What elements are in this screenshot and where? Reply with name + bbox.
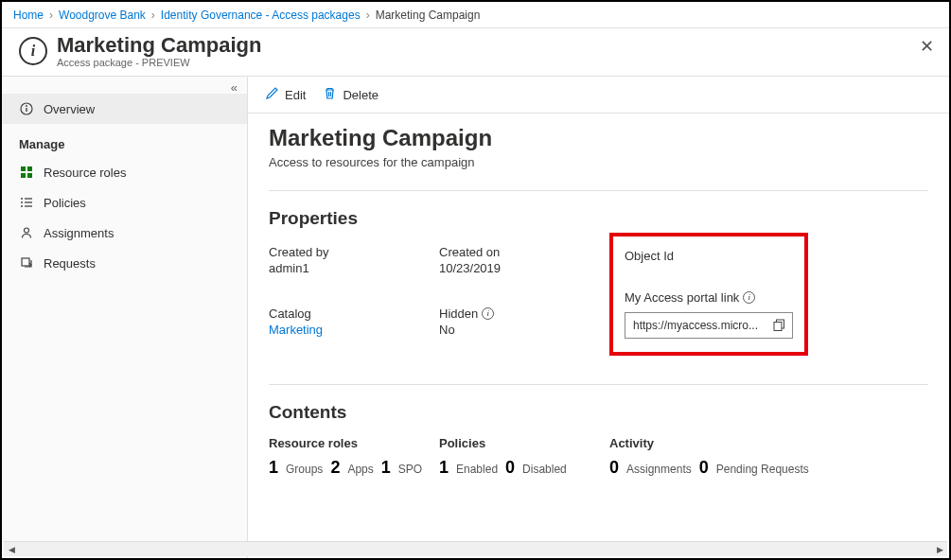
properties-heading: Properties bbox=[269, 208, 928, 229]
portal-link-value: https://myaccess.micro... bbox=[633, 319, 773, 332]
chevron-right-icon: › bbox=[366, 9, 370, 22]
info-icon: i bbox=[19, 37, 47, 65]
box-arrow-icon bbox=[19, 255, 34, 271]
sidebar-item-policies[interactable]: Policies bbox=[2, 187, 247, 218]
portal-link-label: My Access portal link i bbox=[625, 288, 793, 306]
copy-icon[interactable] bbox=[773, 319, 786, 332]
page-header: i Marketing Campaign Access package - PR… bbox=[2, 28, 949, 77]
info-icon bbox=[19, 101, 34, 116]
divider bbox=[269, 190, 928, 191]
breadcrumb-home[interactable]: Home bbox=[13, 9, 44, 22]
catalog-label: Catalog bbox=[269, 304, 439, 323]
contents-heading: Contents bbox=[269, 402, 928, 423]
svg-rect-3 bbox=[21, 166, 26, 171]
grid-icon bbox=[19, 165, 34, 180]
edit-button[interactable]: Edit bbox=[265, 86, 306, 103]
scroll-left-icon[interactable]: ◀ bbox=[4, 542, 19, 557]
sidebar-section-manage: Manage bbox=[2, 124, 247, 157]
collapse-sidebar-icon[interactable]: « bbox=[231, 80, 238, 95]
divider bbox=[269, 384, 928, 385]
info-icon[interactable]: i bbox=[743, 291, 755, 304]
delete-button[interactable]: Delete bbox=[323, 86, 379, 103]
close-icon[interactable]: ✕ bbox=[920, 36, 934, 57]
svg-rect-6 bbox=[27, 173, 32, 178]
resource-roles-counts: 1Groups 2Apps 1SPO bbox=[269, 458, 439, 478]
chevron-right-icon: › bbox=[49, 9, 53, 22]
hidden-value: No bbox=[439, 323, 609, 337]
main-content: Edit Delete Marketing Campaign Access to… bbox=[248, 77, 949, 560]
breadcrumb-tenant[interactable]: Woodgrove Bank bbox=[59, 9, 146, 22]
sidebar-item-label: Requests bbox=[44, 256, 96, 271]
breadcrumb-access-packages[interactable]: Identity Governance - Access packages bbox=[161, 9, 361, 22]
sidebar-item-label: Overview bbox=[44, 102, 95, 116]
sidebar-item-assignments[interactable]: Assignments bbox=[2, 218, 247, 248]
info-icon[interactable]: i bbox=[482, 307, 494, 320]
overview-title: Marketing Campaign bbox=[269, 125, 928, 151]
sidebar-item-label: Resource roles bbox=[44, 166, 126, 180]
hidden-label: Hidden i bbox=[439, 304, 609, 323]
svg-point-13 bbox=[25, 228, 29, 233]
created-by-value: admin1 bbox=[269, 261, 439, 275]
toolbar: Edit Delete bbox=[248, 77, 949, 114]
resource-roles-head: Resource roles bbox=[269, 436, 439, 450]
created-on-label: Created on bbox=[439, 242, 609, 261]
overview-description: Access to resources for the campaign bbox=[269, 155, 928, 169]
policies-counts: 1Enabled 0Disabled bbox=[439, 458, 609, 478]
activity-head: Activity bbox=[609, 436, 818, 450]
page-title: Marketing Campaign bbox=[57, 34, 261, 57]
pencil-icon bbox=[265, 86, 279, 103]
horizontal-scrollbar[interactable]: ◀ ▶ bbox=[4, 541, 947, 556]
sidebar-section-label: Manage bbox=[19, 137, 64, 151]
delete-label: Delete bbox=[343, 88, 379, 102]
svg-rect-16 bbox=[774, 323, 782, 331]
sidebar-item-requests[interactable]: Requests bbox=[2, 248, 247, 278]
svg-rect-5 bbox=[21, 173, 26, 178]
created-on-value: 10/23/2019 bbox=[439, 261, 609, 275]
activity-counts: 0Assignments 0Pending Requests bbox=[609, 458, 818, 478]
catalog-link[interactable]: Marketing bbox=[269, 323, 439, 337]
policies-head: Policies bbox=[439, 436, 609, 450]
portal-link-field[interactable]: https://myaccess.micro... bbox=[625, 312, 793, 339]
sidebar-item-overview[interactable]: Overview bbox=[2, 94, 247, 124]
person-icon bbox=[19, 225, 34, 240]
sidebar: « Overview Manage Resource roles Policie… bbox=[2, 77, 248, 560]
created-by-label: Created by bbox=[269, 242, 439, 261]
svg-rect-14 bbox=[22, 258, 29, 266]
object-id-label: Object Id bbox=[625, 246, 793, 265]
page-subtitle: Access package - PREVIEW bbox=[57, 57, 261, 68]
chevron-right-icon: › bbox=[151, 9, 155, 22]
svg-rect-4 bbox=[27, 166, 32, 171]
sidebar-item-label: Policies bbox=[44, 196, 86, 210]
trash-icon bbox=[323, 86, 337, 103]
sidebar-item-label: Assignments bbox=[44, 226, 114, 240]
svg-point-2 bbox=[26, 105, 27, 107]
breadcrumb: Home › Woodgrove Bank › Identity Governa… bbox=[2, 2, 949, 28]
sidebar-item-resource-roles[interactable]: Resource roles bbox=[2, 157, 247, 187]
breadcrumb-current: Marketing Campaign bbox=[376, 9, 481, 22]
edit-label: Edit bbox=[285, 88, 306, 102]
highlighted-portal-link: Object Id My Access portal link i https:… bbox=[609, 233, 808, 356]
list-icon bbox=[19, 195, 34, 210]
scroll-right-icon[interactable]: ▶ bbox=[932, 542, 947, 557]
